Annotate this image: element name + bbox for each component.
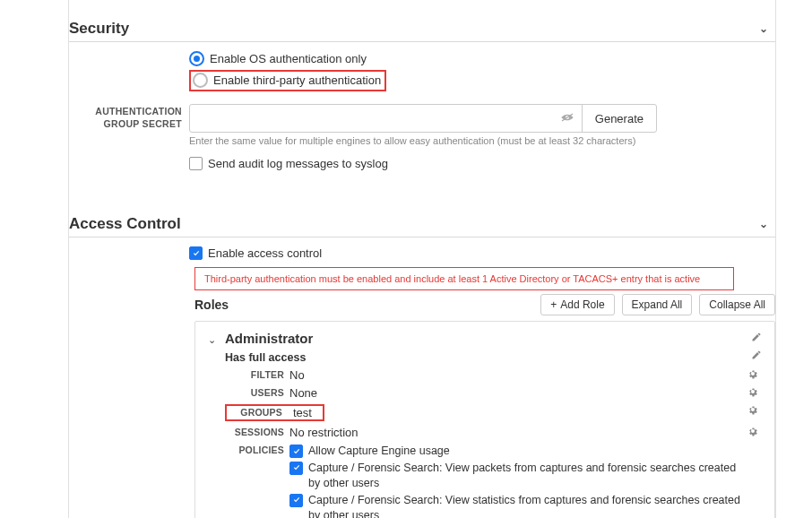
generate-button[interactable]: Generate [582,105,656,132]
plus-icon: + [550,298,557,311]
policies-list: Allow Capture Engine usage Capture / For… [289,444,747,518]
role-card: ⌄ Administrator Has full access [194,321,775,518]
role-name: Administrator [225,331,751,346]
sessions-key: SESSIONS [225,426,289,437]
checkbox-unchecked-icon [189,157,203,170]
users-value: None [289,386,747,400]
auth-secret-label: AUTHENTICATION GROUP SECRET [69,100,189,130]
users-key: USERS [225,386,289,398]
sessions-value: No restriction [289,426,747,439]
filter-gear-icon[interactable] [747,368,762,382]
policy-label: Capture / Forensic Search: View packets … [308,461,747,491]
access-body: Enable access control Third-party authen… [69,237,775,518]
checkbox-checked-icon [289,462,303,475]
secret-help-text: Enter the same value for multiple engine… [189,135,775,146]
main-panel: Security ⌄ Enable OS authentication only… [68,0,776,518]
policies-key: POLICIES [225,444,289,455]
security-collapse-icon[interactable]: ⌄ [759,22,768,35]
radio-unselected-icon[interactable] [193,73,208,88]
groups-value: test [288,406,321,419]
roles-title: Roles [194,298,533,312]
users-gear-icon[interactable] [747,386,762,400]
policy-label: Capture / Forensic Search: View statisti… [308,493,747,518]
checkbox-checked-icon [189,246,203,260]
access-section-header: Access Control ⌄ [69,208,775,237]
auth-thirdparty-highlight: Enable third-party authentication [189,70,386,91]
auth-os-radio-row[interactable]: Enable OS authentication only [189,49,775,68]
roles-toolbar: Roles + Add Role Expand All Collapse All [194,294,775,315]
auth-os-label: Enable OS authentication only [210,52,367,65]
policy-label: Allow Capture Engine usage [308,444,450,459]
access-warning: Third-party authentication must be enabl… [194,267,734,290]
checkbox-checked-icon [289,445,303,458]
enable-access-control-row[interactable]: Enable access control [189,245,775,262]
access-collapse-icon[interactable]: ⌄ [759,218,768,230]
edit-role-desc-icon[interactable] [751,350,762,363]
role-collapse-icon[interactable]: ⌄ [208,334,216,346]
visibility-toggle-icon[interactable] [553,111,582,125]
page: { "security": { "title": "Security", "au… [0,0,812,518]
sessions-gear-icon[interactable] [747,426,762,439]
syslog-checkbox-row[interactable]: Send audit log messages to syslog [189,155,775,172]
edit-role-name-icon[interactable] [751,332,762,345]
filter-key: FILTER [225,368,289,380]
access-title: Access Control [69,215,181,233]
security-body: Enable OS authentication only Enable thi… [69,42,775,185]
role-desc: Has full access [225,351,751,364]
groups-highlight: GROUPS test [225,404,324,421]
secret-input[interactable] [190,108,553,129]
enable-access-label: Enable access control [208,246,322,260]
groups-key: GROUPS [229,406,288,419]
filter-value: No [289,368,747,382]
add-role-button[interactable]: + Add Role [540,294,614,315]
collapse-all-button[interactable]: Collapse All [699,294,775,315]
radio-selected-icon [189,51,204,66]
syslog-label: Send audit log messages to syslog [208,157,388,170]
policy-item[interactable]: Allow Capture Engine usage [289,444,747,459]
expand-all-button[interactable]: Expand All [622,294,693,315]
security-title: Security [69,20,129,38]
auth-thirdparty-label: Enable third-party authentication [213,73,381,87]
security-section-header: Security ⌄ [69,13,775,42]
checkbox-checked-icon [289,494,303,507]
groups-gear-icon[interactable] [747,404,762,418]
policy-item[interactable]: Capture / Forensic Search: View packets … [289,461,747,491]
secret-input-group: Generate [189,104,657,133]
policy-item[interactable]: Capture / Forensic Search: View statisti… [289,493,747,518]
add-role-label: Add Role [560,298,604,311]
